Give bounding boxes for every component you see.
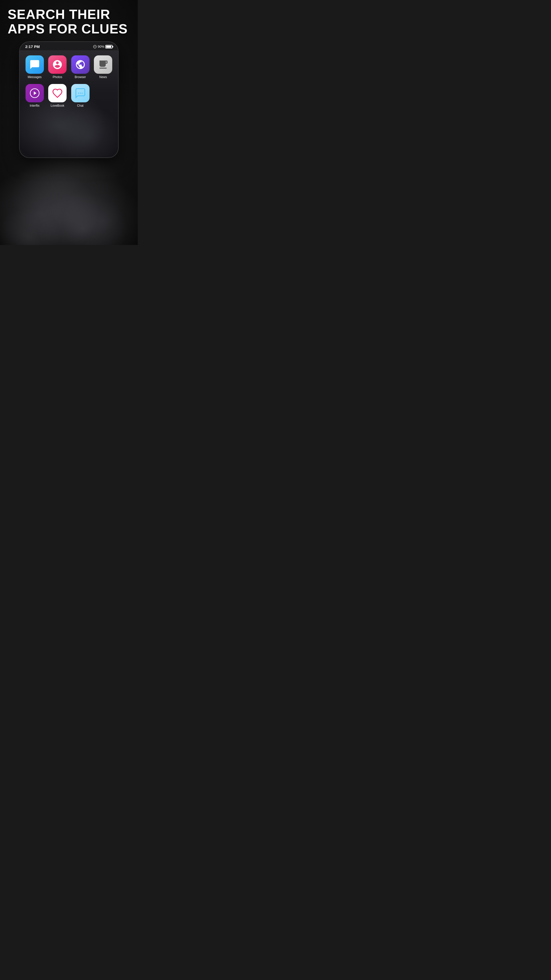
photos-label: Photos <box>53 75 62 79</box>
svg-point-6 <box>78 93 79 94</box>
chat-label: Chat <box>77 104 83 107</box>
news-svg <box>98 59 108 70</box>
messages-svg <box>29 59 40 70</box>
status-time: 2:17 PM <box>25 45 40 49</box>
phone-frame: 2:17 PM 90% <box>19 41 119 158</box>
interflix-label: Interflix <box>30 104 40 107</box>
app-grid-row1: Messages Photos Browser <box>25 53 113 81</box>
app-item-browser[interactable]: Browser <box>70 56 90 79</box>
news-icon <box>94 56 112 74</box>
status-icons: 90% <box>93 45 113 48</box>
do-not-disturb-icon <box>93 45 97 48</box>
battery-fill <box>106 46 111 48</box>
headline-line1: SEARCH THEIR <box>8 7 110 22</box>
browser-svg <box>75 59 86 70</box>
lovebook-label: LoveBook <box>51 104 64 107</box>
chat-icon <box>71 84 89 102</box>
status-right: 90% <box>93 45 113 48</box>
status-bar: 2:17 PM 90% <box>20 42 118 50</box>
browser-label: Browser <box>75 75 86 79</box>
headline-line2: APPS FOR CLUES <box>8 21 128 36</box>
svg-rect-3 <box>100 64 103 65</box>
app-item-messages[interactable]: Messages <box>25 56 44 79</box>
browser-icon <box>71 56 89 74</box>
app-item-photos[interactable]: Photos <box>48 56 68 79</box>
photos-icon <box>48 56 67 74</box>
lovebook-icon <box>48 84 67 102</box>
svg-point-7 <box>80 93 81 94</box>
battery-icon <box>105 45 113 48</box>
photos-svg <box>52 59 63 70</box>
messages-icon <box>25 56 44 74</box>
messages-label: Messages <box>27 75 41 79</box>
svg-rect-2 <box>100 62 105 64</box>
app-grid-row2: Interflix LoveBook <box>25 81 113 110</box>
app-item-news[interactable]: News <box>94 56 113 79</box>
app-item-lovebook[interactable]: LoveBook <box>48 84 68 107</box>
battery-bar <box>105 45 113 48</box>
lovebook-svg <box>52 88 63 99</box>
battery-percent: 90% <box>98 45 104 48</box>
svg-point-8 <box>82 93 83 94</box>
app-item-interflix[interactable]: Interflix <box>25 84 44 107</box>
svg-marker-5 <box>34 91 37 95</box>
app-item-chat[interactable]: Chat <box>70 84 90 107</box>
interflix-icon <box>25 84 44 102</box>
phone-screen: Messages Photos Browser <box>20 50 118 158</box>
chat-svg <box>75 88 86 99</box>
interflix-svg <box>29 88 40 99</box>
app-item-empty <box>94 84 113 107</box>
news-label: News <box>99 75 107 79</box>
headline: SEARCH THEIR APPS FOR CLUES <box>0 0 138 41</box>
